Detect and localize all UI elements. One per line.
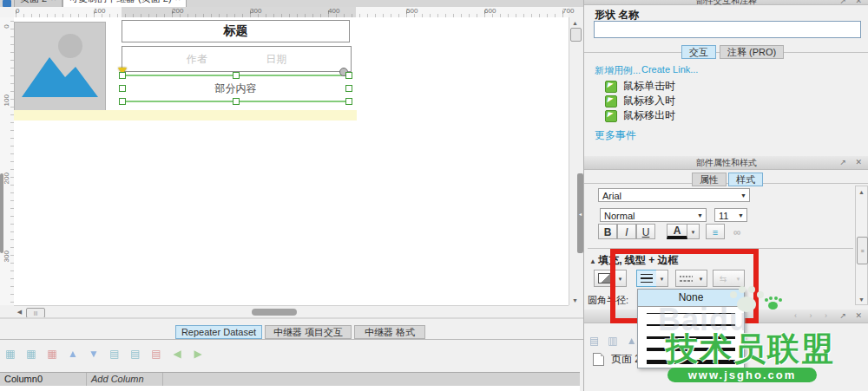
panel-header-icons[interactable]: ↗ ✕ bbox=[839, 0, 865, 10]
scroll-down-icon[interactable]: ▼ bbox=[856, 294, 867, 304]
left-splitter-handle[interactable] bbox=[0, 173, 3, 253]
bullet-list-button[interactable]: ≡ bbox=[706, 224, 725, 239]
selection-handle[interactable] bbox=[233, 98, 240, 105]
add-column-right-icon[interactable]: ▤ bbox=[128, 348, 142, 360]
title-text: 标题 bbox=[224, 23, 248, 39]
italic-button[interactable]: I bbox=[617, 224, 636, 239]
add-case-link[interactable]: 新增用例... bbox=[595, 64, 641, 77]
mouse-cursor-icon bbox=[605, 81, 617, 93]
pages-nav-arrows[interactable]: ‹ › › bbox=[794, 310, 832, 323]
axure-window: 页面 2 ✕ 可复制的中继器 (页面 2) ✕ 0 100 200 300 40… bbox=[0, 0, 868, 391]
collapse-triangle-icon: ▲ bbox=[589, 257, 598, 265]
add-page-icon[interactable]: ▤ bbox=[589, 335, 599, 347]
selection-handle[interactable] bbox=[119, 98, 126, 105]
tab-interaction[interactable]: 交互 bbox=[681, 45, 716, 59]
tab-label: Repeater Dataset bbox=[181, 327, 256, 337]
scroll-up-icon[interactable]: ▲ bbox=[856, 186, 867, 197]
add-row-above-icon[interactable]: ▦ bbox=[3, 348, 17, 360]
tab-style[interactable]: 样式 bbox=[728, 173, 763, 186]
move-row-up-icon[interactable]: ▲ bbox=[66, 348, 80, 360]
underline-button[interactable]: U bbox=[636, 224, 655, 239]
panel-header-icons[interactable]: ↗ ✕ bbox=[839, 156, 865, 169]
move-column-right-icon[interactable]: ▶ bbox=[191, 348, 205, 360]
ruler-selection-band bbox=[122, 7, 356, 17]
title-widget[interactable]: 标题 bbox=[122, 20, 350, 42]
app-page-icon bbox=[3, 0, 11, 7]
tab-properties[interactable]: 属性 bbox=[692, 173, 727, 186]
chevron-down-icon: ▼ bbox=[697, 209, 703, 223]
canvas-horizontal-scrollbar[interactable]: ◀ ||| bbox=[14, 305, 569, 318]
page-item-label: 页面 2 bbox=[611, 352, 641, 367]
event-onclick[interactable]: 鼠标单击时 bbox=[605, 80, 675, 93]
more-events-link[interactable]: 更多事件 bbox=[595, 128, 636, 143]
font-family-select[interactable]: Arial ▼ bbox=[598, 188, 750, 202]
selection-handle[interactable] bbox=[119, 85, 126, 92]
canvas-vertical-scrollbar[interactable]: ▲ ▼ bbox=[569, 17, 581, 305]
delete-column-icon[interactable]: ▤ bbox=[149, 348, 163, 360]
move-row-down-icon[interactable]: ▼ bbox=[87, 348, 101, 360]
panel-header-icons[interactable]: ↗ ✕ bbox=[839, 310, 865, 323]
tab-repeater-dataset[interactable]: Repeater Dataset bbox=[175, 325, 262, 339]
chevron-down-icon: ▼ bbox=[740, 189, 746, 203]
right-splitter-handle[interactable]: ◂ bbox=[577, 173, 583, 253]
page-icon bbox=[593, 353, 604, 366]
selection-handle[interactable] bbox=[233, 72, 240, 79]
scroll-thumb[interactable] bbox=[252, 309, 297, 316]
add-folder-icon[interactable]: ▥ bbox=[608, 335, 617, 347]
scroll-thumb[interactable]: ≡ bbox=[857, 237, 868, 264]
event-label: 鼠标移入时 bbox=[623, 94, 675, 108]
highlight-row bbox=[14, 110, 357, 121]
add-row-below-icon[interactable]: ▦ bbox=[24, 348, 38, 360]
style-panel-header: 部件属性和样式 ↗ ✕ bbox=[584, 156, 868, 170]
scroll-up-icon[interactable]: ▲ bbox=[569, 17, 581, 28]
selection-handle[interactable] bbox=[345, 98, 352, 105]
dataset-toolbar: ▦ ▦ ▦ ▲ ▼ ▤ ▤ ▤ ◀ ▶ bbox=[3, 346, 205, 362]
event-mouseout[interactable]: 鼠标移出时 bbox=[605, 109, 675, 122]
font-weight-select[interactable]: Normal ▼ bbox=[600, 208, 707, 222]
scroll-thumb[interactable] bbox=[570, 28, 582, 42]
selection-handle[interactable] bbox=[345, 85, 352, 92]
right-panel: 部件交互和注释 ↗ ✕ 形状 名称 交互 注释 (PRO) 新增用例... Cr… bbox=[583, 0, 868, 391]
add-column-left-icon[interactable]: ▤ bbox=[108, 348, 122, 360]
ruler-tick: 600 bbox=[484, 7, 496, 15]
delete-row-icon[interactable]: ▦ bbox=[45, 348, 59, 360]
tab-page-2[interactable]: 页面 2 ✕ bbox=[14, 0, 62, 7]
close-icon[interactable]: ✕ bbox=[50, 0, 56, 3]
scroll-down-icon[interactable]: ▼ bbox=[569, 295, 581, 305]
watermark-brand: 技术员联盟 bbox=[666, 328, 835, 371]
move-page-up-icon[interactable]: ▲ bbox=[627, 335, 637, 347]
dataset-column-header[interactable]: Column0 bbox=[0, 373, 87, 386]
font-color-dropdown[interactable]: ▼ bbox=[687, 224, 700, 239]
create-link-link[interactable]: Create Link... bbox=[641, 64, 698, 75]
tab-repeater-page[interactable]: 可复制的中继器 (页面 2) ✕ bbox=[62, 0, 187, 7]
event-mouseenter[interactable]: 鼠标移入时 bbox=[605, 94, 675, 108]
dataset-empty-row[interactable] bbox=[0, 386, 580, 391]
tab-repeater-item-interaction[interactable]: 中继器 项目交互 bbox=[265, 325, 352, 339]
paw-print-small-icon bbox=[765, 297, 782, 311]
tab-label: 交互 bbox=[689, 46, 708, 59]
font-color-button[interactable]: A bbox=[667, 224, 687, 239]
paw-print-icon bbox=[730, 286, 765, 316]
image-placeholder-widget[interactable] bbox=[14, 22, 106, 114]
pages-toolbar: ▤ ▥ ▲ bbox=[589, 335, 637, 347]
panel-scrollbar[interactable]: ▲ ≡ ▼ bbox=[855, 186, 868, 305]
scroll-left-icon[interactable]: ◀ bbox=[14, 307, 25, 317]
page-tree-item[interactable]: 页面 2 bbox=[593, 352, 641, 367]
selected-content-widget[interactable]: 部分内容 bbox=[122, 75, 350, 102]
close-icon[interactable]: ✕ bbox=[175, 0, 181, 3]
move-column-left-icon[interactable]: ◀ bbox=[170, 348, 184, 360]
shape-name-input[interactable] bbox=[594, 21, 861, 38]
ruler-tick: 0 bbox=[16, 7, 19, 15]
author-date-widget[interactable]: 作者 日期 bbox=[122, 46, 352, 72]
font-size-select[interactable]: 11 ▼ bbox=[714, 208, 747, 222]
font-weight-value: Normal bbox=[604, 211, 635, 221]
tab-notes-pro[interactable]: 注释 (PRO) bbox=[720, 45, 784, 59]
selection-handle[interactable] bbox=[119, 72, 126, 79]
date-placeholder: 日期 bbox=[266, 52, 286, 67]
design-canvas[interactable]: 标题 作者 日期 部分内容 bbox=[14, 17, 569, 305]
selection-handle[interactable] bbox=[345, 72, 352, 79]
tab-repeater-format[interactable]: 中继器 格式 bbox=[354, 325, 425, 339]
ruler-tick: 300 bbox=[3, 252, 10, 263]
bold-button[interactable]: B bbox=[598, 224, 617, 239]
add-column-header[interactable]: Add Column bbox=[87, 373, 163, 386]
